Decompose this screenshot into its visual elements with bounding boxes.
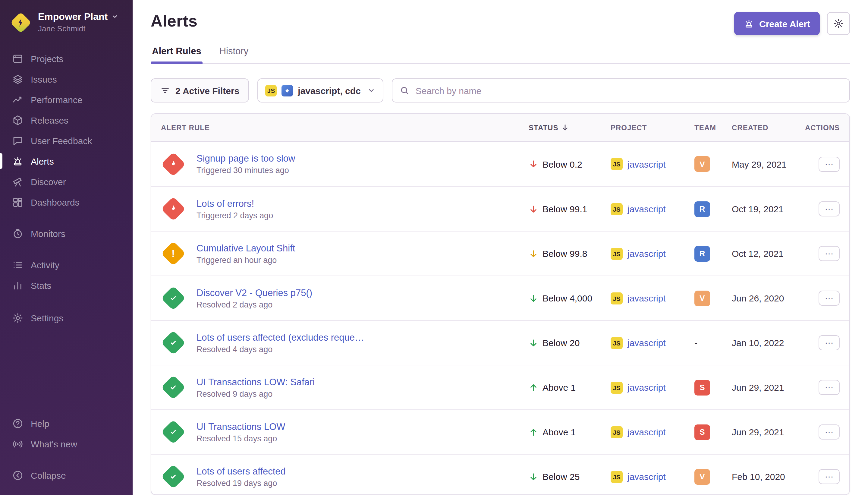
sort-descending-icon bbox=[561, 124, 569, 132]
status-cell: Below 4,000 bbox=[528, 293, 611, 303]
alert-rule-link[interactable]: Discover V2 - Queries p75() bbox=[196, 287, 312, 298]
sidebar-item-label: Help bbox=[31, 418, 49, 428]
sidebar-footer: Help What's new Collapse bbox=[0, 413, 133, 485]
project-link[interactable]: javascript bbox=[627, 159, 666, 169]
alert-status-icon: ! bbox=[161, 330, 186, 355]
alert-rule-link[interactable]: Lots of errors! bbox=[196, 198, 273, 209]
sidebar-item-label: Alerts bbox=[31, 156, 54, 166]
table-row: ! Cumulative Layout Shift Triggered an h… bbox=[151, 231, 849, 275]
project-link[interactable]: javascript bbox=[627, 204, 666, 214]
status-value: Below 25 bbox=[542, 472, 579, 482]
status-cell: Above 1 bbox=[528, 427, 611, 437]
tab-alert-rules[interactable]: Alert Rules bbox=[151, 46, 203, 63]
help-icon bbox=[12, 417, 23, 429]
table-header: Alert Rule Status Project Team Created A… bbox=[151, 114, 849, 142]
sidebar-nav-settings: Settings bbox=[0, 307, 133, 328]
javascript-platform-icon: JS bbox=[611, 471, 623, 483]
sidebar-item-discover[interactable]: Discover bbox=[0, 171, 133, 192]
alert-rule-link[interactable]: UI Transactions LOW: Safari bbox=[196, 377, 315, 387]
sidebar-item-label: User Feedback bbox=[31, 135, 92, 146]
sidebar-item-monitors[interactable]: Monitors bbox=[0, 223, 133, 243]
search-input[interactable] bbox=[392, 79, 850, 102]
sidebar-item-user-feedback[interactable]: User Feedback bbox=[0, 130, 133, 151]
created-date: Jun 29, 2021 bbox=[732, 427, 797, 437]
sidebar-item-what-s-new[interactable]: What's new bbox=[0, 433, 133, 454]
alert-rule-link[interactable]: Lots of users affected (excludes reque… bbox=[196, 332, 364, 343]
row-actions-button[interactable]: … bbox=[819, 380, 840, 395]
project-filter-dropdown[interactable]: JS javascript, cdc bbox=[257, 79, 383, 102]
project-link[interactable]: javascript bbox=[627, 427, 666, 437]
sidebar-item-releases[interactable]: Releases bbox=[0, 110, 133, 130]
status-cell: Below 20 bbox=[528, 338, 611, 348]
row-actions-button[interactable]: … bbox=[819, 291, 840, 306]
alert-rule-link[interactable]: UI Transactions LOW bbox=[196, 421, 285, 432]
sidebar-item-activity[interactable]: Activity bbox=[0, 254, 133, 275]
alert-rule-cell: ! UI Transactions LOW Resolved 15 days a… bbox=[161, 421, 528, 443]
team-avatar: - bbox=[694, 335, 710, 351]
team-avatar: V bbox=[694, 469, 710, 484]
sidebar-item-settings[interactable]: Settings bbox=[0, 307, 133, 328]
sidebar-item-stats[interactable]: Stats bbox=[0, 275, 133, 295]
page-title: Alerts bbox=[151, 12, 197, 31]
created-date: May 29, 2021 bbox=[732, 159, 797, 169]
team-cell: V bbox=[694, 156, 732, 172]
header-actions: Create Alert bbox=[734, 12, 850, 35]
active-filters-button[interactable]: 2 Active Filters bbox=[151, 79, 249, 102]
column-header-project: Project bbox=[611, 123, 694, 132]
table-row: ! Signup page is too slow Triggered 30 m… bbox=[151, 142, 849, 186]
project-link[interactable]: javascript bbox=[627, 472, 666, 482]
projects-icon bbox=[12, 53, 23, 64]
create-alert-label: Create Alert bbox=[759, 18, 810, 29]
project-link[interactable]: javascript bbox=[627, 338, 666, 348]
sidebar-item-issues[interactable]: Issues bbox=[0, 69, 133, 89]
row-actions-button[interactable]: … bbox=[819, 246, 840, 261]
created-date: Feb 10, 2020 bbox=[732, 472, 797, 482]
alert-rule-text: Lots of users affected Resolved 19 days … bbox=[196, 466, 286, 488]
alert-status-icon: ! bbox=[161, 197, 186, 221]
status-cell: Below 25 bbox=[528, 472, 611, 482]
alert-rule-link[interactable]: Lots of users affected bbox=[196, 466, 286, 477]
status-cell: Below 99.1 bbox=[528, 204, 611, 214]
fire-icon bbox=[169, 204, 178, 214]
team-cell: - bbox=[694, 335, 732, 351]
alerts-settings-button[interactable] bbox=[827, 12, 850, 35]
actions-cell: … bbox=[797, 425, 840, 440]
settings-icon bbox=[12, 312, 23, 323]
column-header-actions: Actions bbox=[797, 123, 840, 132]
column-header-status[interactable]: Status bbox=[528, 123, 611, 132]
cdc-platform-icon bbox=[281, 85, 293, 96]
check-icon bbox=[169, 472, 178, 481]
row-actions-button[interactable]: … bbox=[819, 469, 840, 484]
project-cell: JS javascript bbox=[611, 158, 694, 170]
alert-rule-subtitle: Triggered 2 days ago bbox=[196, 211, 273, 220]
sidebar-item-performance[interactable]: Performance bbox=[0, 89, 133, 110]
sidebar-item-collapse[interactable]: Collapse bbox=[0, 465, 133, 485]
create-alert-button[interactable]: Create Alert bbox=[734, 12, 820, 35]
sidebar-item-projects[interactable]: Projects bbox=[0, 48, 133, 69]
stats-icon bbox=[12, 279, 23, 291]
sidebar-item-dashboards[interactable]: Dashboards bbox=[0, 192, 133, 212]
alert-rule-link[interactable]: Cumulative Layout Shift bbox=[196, 243, 295, 254]
project-link[interactable]: javascript bbox=[627, 382, 666, 393]
row-actions-button[interactable]: … bbox=[819, 425, 840, 440]
project-link[interactable]: javascript bbox=[627, 293, 666, 303]
row-actions-button[interactable]: … bbox=[819, 156, 840, 172]
project-cell: JS javascript bbox=[611, 471, 694, 483]
row-actions-button[interactable]: … bbox=[819, 201, 840, 217]
issues-icon bbox=[12, 73, 23, 85]
org-switcher[interactable]: Empower Plant Jane Schmidt bbox=[0, 11, 133, 34]
sidebar-item-label: Activity bbox=[31, 259, 59, 270]
project-cell: JS javascript bbox=[611, 203, 694, 215]
javascript-platform-icon: JS bbox=[611, 426, 623, 438]
project-link[interactable]: javascript bbox=[627, 249, 666, 259]
threshold-arrow-icon bbox=[528, 159, 538, 169]
created-date: Oct 19, 2021 bbox=[732, 204, 797, 214]
row-actions-button[interactable]: … bbox=[819, 335, 840, 350]
siren-icon bbox=[744, 18, 754, 29]
created-date: Jun 29, 2021 bbox=[732, 382, 797, 393]
tab-history[interactable]: History bbox=[218, 46, 249, 63]
sidebar-item-help[interactable]: Help bbox=[0, 413, 133, 433]
sidebar-item-label: Projects bbox=[31, 53, 63, 64]
sidebar-item-alerts[interactable]: Alerts bbox=[0, 151, 133, 171]
alert-rule-link[interactable]: Signup page is too slow bbox=[196, 153, 295, 164]
